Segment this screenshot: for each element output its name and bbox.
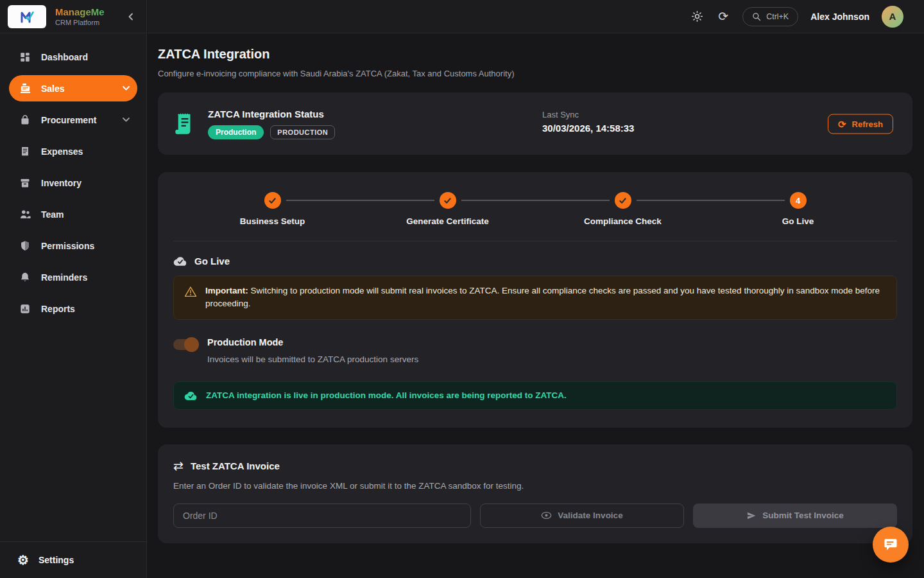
chat-bubble-icon (882, 536, 899, 553)
refresh-icon: ⟳ (838, 119, 846, 128)
receipt-icon (19, 145, 31, 158)
sidebar-item-label: Settings (38, 555, 74, 565)
shopping-bag-icon (19, 114, 31, 127)
refresh-page-button[interactable]: ⟳ (716, 10, 730, 24)
sidebar-nav: Dashboard Sales Procurement (0, 33, 146, 541)
sidebar-item-reports[interactable]: Reports (9, 295, 137, 322)
sidebar-item-inventory[interactable]: Inventory (9, 170, 137, 196)
sidebar-item-label: Inventory (41, 178, 81, 188)
production-mode-description: Invoices will be submitted to ZATCA prod… (207, 355, 418, 364)
sidebar-item-label: Reports (41, 304, 75, 314)
sidebar: ManageMe CRM Platform Dashboard Sales (0, 0, 147, 578)
step-label: Generate Certificate (406, 216, 488, 226)
send-icon (746, 511, 757, 521)
test-invoice-header: ⇄ Test ZATCA Invoice (173, 460, 897, 472)
submit-test-invoice-button[interactable]: Submit Test Invoice (693, 504, 897, 528)
sun-icon (691, 10, 703, 22)
step-label: Business Setup (240, 216, 305, 226)
live-status-banner: ZATCA integration is live in production … (173, 381, 897, 410)
production-warning: Important: Switching to production mode … (173, 276, 897, 320)
bell-icon (19, 271, 31, 284)
eye-icon (541, 511, 552, 520)
setup-stepper: Business Setup Generate Certificate Comp… (173, 192, 897, 226)
test-invoice-heading: Test ZATCA Invoice (191, 460, 280, 471)
warning-rest: Switching to production mode will submit… (205, 286, 880, 308)
step-circle-2[interactable] (440, 192, 456, 209)
step-circle-1[interactable] (264, 192, 281, 209)
production-mode-toggle[interactable] (173, 339, 198, 350)
check-icon (443, 197, 452, 205)
global-search[interactable]: Ctrl+K (742, 7, 798, 26)
step-circle-4[interactable]: 4 (790, 192, 807, 209)
sidebar-item-permissions[interactable]: Permissions (9, 232, 137, 259)
validate-invoice-button[interactable]: Validate Invoice (480, 504, 684, 528)
warning-triangle-icon (184, 286, 197, 297)
test-invoice-controls: Validate Invoice Submit Test Invoice (173, 504, 897, 528)
step-label: Compliance Check (584, 216, 662, 226)
sidebar-item-label: Permissions (41, 241, 94, 251)
main-content: ZATCA Integration Configure e-invoicing … (148, 33, 924, 578)
theme-toggle-button[interactable] (690, 10, 704, 24)
avatar[interactable]: A (882, 6, 903, 28)
archive-box-icon (19, 177, 31, 189)
user-name: Alex Johnson (810, 12, 869, 22)
sidebar-item-procurement[interactable]: Procurement (9, 107, 137, 133)
gear-icon: ⚙ (17, 554, 29, 566)
toggle-knob (184, 337, 199, 352)
warning-text: Important: Switching to production mode … (205, 285, 886, 311)
divider (173, 241, 897, 241)
step-business-setup: Business Setup (185, 192, 360, 226)
check-icon (619, 197, 627, 205)
status-badges: Production PRODUCTION (208, 125, 335, 139)
zatca-status-card: ZATCA Integration Status Production PROD… (158, 92, 912, 155)
refresh-status-button[interactable]: ⟳ Refresh (828, 114, 893, 134)
sidebar-header: ManageMe CRM Platform (0, 0, 146, 33)
zatca-wizard-card: Business Setup Generate Certificate Comp… (158, 172, 912, 428)
sidebar-item-label: Expenses (41, 146, 83, 157)
last-sync-value: 30/03/2026, 14:58:33 (542, 123, 634, 134)
step-label: Go Live (782, 216, 814, 226)
production-mode-row: Production Mode Invoices will be submitt… (173, 337, 897, 364)
sidebar-item-reminders[interactable]: Reminders (9, 264, 137, 290)
last-sync-label: Last Sync (542, 110, 634, 119)
bar-chart-icon (19, 302, 31, 315)
live-status-text: ZATCA integration is live in production … (206, 390, 567, 400)
search-shortcut: Ctrl+K (766, 12, 789, 21)
sidebar-collapse-button[interactable] (124, 10, 137, 23)
topbar: ⟳ Ctrl+K Alex Johnson A (148, 0, 924, 33)
toggle-text: Production Mode Invoices will be submitt… (207, 337, 418, 364)
sidebar-item-label: Team (41, 209, 64, 220)
shield-icon (19, 240, 31, 252)
step-generate-certificate: Generate Certificate (360, 192, 535, 226)
go-live-section-header: Go Live (173, 256, 897, 267)
app-window: ManageMe CRM Platform Dashboard Sales (0, 0, 924, 578)
sidebar-item-settings[interactable]: ⚙ Settings (9, 554, 137, 566)
sidebar-footer: ⚙ Settings (0, 541, 146, 578)
validate-button-label: Validate Invoice (558, 511, 622, 520)
app-logo (8, 5, 46, 28)
sidebar-item-dashboard[interactable]: Dashboard (9, 44, 137, 70)
test-invoice-description: Enter an Order ID to validate the invoic… (173, 481, 897, 491)
sidebar-item-expenses[interactable]: Expenses (9, 138, 137, 164)
page-title: ZATCA Integration (158, 47, 912, 62)
cloud-check-icon (173, 256, 187, 267)
sidebar-item-sales[interactable]: Sales (9, 75, 137, 101)
sidebar-item-team[interactable]: Team (9, 201, 137, 227)
brand-name: ManageMe (55, 6, 105, 17)
status-info: ZATCA Integration Status Production PROD… (208, 109, 335, 139)
go-live-heading: Go Live (194, 256, 230, 267)
step-number: 4 (796, 196, 800, 206)
page-subtitle: Configure e-invoicing compliance with Sa… (158, 69, 912, 78)
brand-text: ManageMe CRM Platform (55, 6, 105, 26)
refresh-icon: ⟳ (718, 10, 728, 22)
people-icon (19, 208, 31, 221)
test-invoice-card: ⇄ Test ZATCA Invoice Enter an Order ID t… (158, 444, 912, 543)
cloud-check-icon (184, 390, 198, 401)
status-card-title: ZATCA Integration Status (208, 109, 335, 119)
order-id-input[interactable] (173, 504, 471, 528)
status-badge-production: Production (208, 125, 264, 139)
chat-fab-button[interactable] (873, 527, 909, 563)
sidebar-item-label: Reminders (41, 272, 87, 283)
step-circle-3[interactable] (615, 192, 631, 209)
manageme-logo-icon (19, 10, 35, 24)
